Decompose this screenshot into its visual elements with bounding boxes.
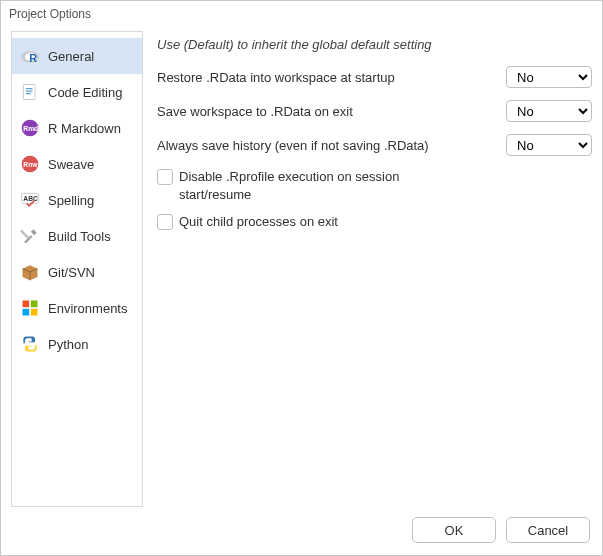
sidebar-item-label: Build Tools: [48, 229, 111, 244]
save-history-select[interactable]: No: [506, 134, 592, 156]
svg-rect-3: [23, 85, 35, 100]
sidebar-item-label: Git/SVN: [48, 265, 95, 280]
sidebar-item-label: Code Editing: [48, 85, 122, 100]
svg-text:Rmd: Rmd: [23, 125, 38, 132]
sidebar-item-general[interactable]: R General: [12, 38, 142, 74]
quit-child-row: Quit child processes on exit: [157, 213, 592, 231]
quit-child-checkbox[interactable]: [157, 214, 173, 230]
sidebar-item-code-editing[interactable]: Code Editing: [12, 74, 142, 110]
disable-rprofile-row: Disable .Rprofile execution on session s…: [157, 168, 592, 203]
sidebar-item-git-svn[interactable]: Git/SVN: [12, 254, 142, 290]
cancel-button[interactable]: Cancel: [506, 517, 590, 543]
save-workspace-row: Save workspace to .RData on exit No: [157, 100, 592, 122]
sidebar-item-sweave[interactable]: Rnw Sweave: [12, 146, 142, 182]
default-hint: Use (Default) to inherit the global defa…: [157, 37, 592, 52]
svg-rect-13: [20, 230, 29, 239]
disable-rprofile-label: Disable .Rprofile execution on session s…: [179, 168, 439, 203]
quit-child-label: Quit child processes on exit: [179, 213, 338, 231]
document-lines-icon: [20, 82, 40, 102]
tools-icon: [20, 226, 40, 246]
save-workspace-label: Save workspace to .RData on exit: [157, 104, 506, 119]
svg-text:ABC: ABC: [23, 195, 38, 202]
windows-tiles-icon: [20, 298, 40, 318]
svg-rect-17: [31, 309, 38, 316]
svg-rect-14: [23, 301, 30, 308]
r-logo-icon: R: [20, 46, 40, 66]
restore-rdata-row: Restore .RData into workspace at startup…: [157, 66, 592, 88]
abc-check-icon: ABC: [20, 190, 40, 210]
general-panel: Use (Default) to inherit the global defa…: [157, 31, 592, 507]
sidebar-item-label: Sweave: [48, 157, 94, 172]
sidebar-item-label: R Markdown: [48, 121, 121, 136]
dialog-footer: OK Cancel: [1, 511, 602, 555]
svg-rect-15: [31, 301, 38, 308]
sidebar: R General Code Editing: [11, 31, 143, 507]
sidebar-item-environments[interactable]: Environments: [12, 290, 142, 326]
restore-rdata-select[interactable]: No: [506, 66, 592, 88]
sidebar-item-label: Environments: [48, 301, 127, 316]
restore-rdata-label: Restore .RData into workspace at startup: [157, 70, 506, 85]
svg-text:Rnw: Rnw: [23, 161, 38, 168]
dialog-title: Project Options: [1, 1, 602, 23]
svg-text:R: R: [29, 52, 37, 64]
sidebar-item-python[interactable]: Python: [12, 326, 142, 362]
sidebar-item-label: Spelling: [48, 193, 94, 208]
rmd-badge-icon: Rmd: [20, 118, 40, 138]
box-icon: [20, 262, 40, 282]
project-options-dialog: Project Options R General: [0, 0, 603, 556]
save-workspace-select[interactable]: No: [506, 100, 592, 122]
sidebar-item-build-tools[interactable]: Build Tools: [12, 218, 142, 254]
save-history-row: Always save history (even if not saving …: [157, 134, 592, 156]
sidebar-item-label: General: [48, 49, 94, 64]
sidebar-item-label: Python: [48, 337, 88, 352]
sidebar-item-spelling[interactable]: ABC Spelling: [12, 182, 142, 218]
svg-rect-16: [23, 309, 30, 316]
ok-button[interactable]: OK: [412, 517, 496, 543]
dialog-body: R General Code Editing: [1, 23, 602, 511]
python-logo-icon: [20, 334, 40, 354]
sidebar-item-r-markdown[interactable]: Rmd R Markdown: [12, 110, 142, 146]
rnw-badge-icon: Rnw: [20, 154, 40, 174]
save-history-label: Always save history (even if not saving …: [157, 138, 506, 153]
disable-rprofile-checkbox[interactable]: [157, 169, 173, 185]
